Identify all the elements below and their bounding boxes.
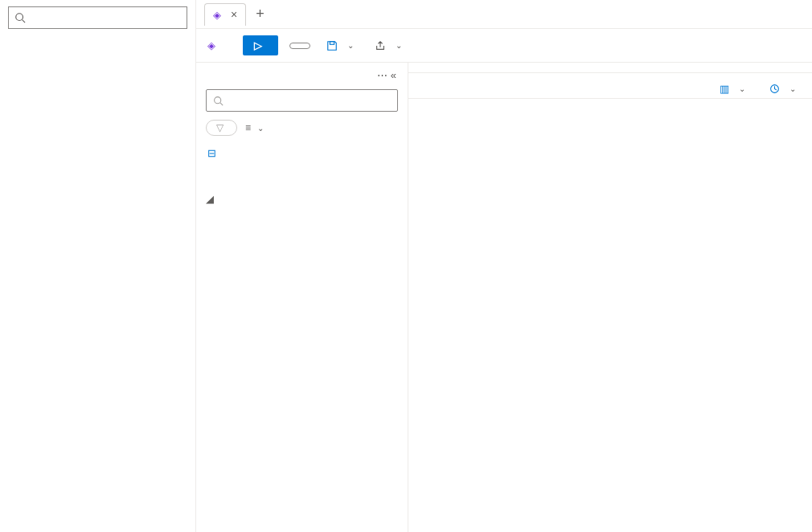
svg-point-3 xyxy=(215,96,221,103)
chevron-down-icon: ⌄ xyxy=(257,124,264,133)
chevron-down-icon: ⌄ xyxy=(789,84,796,93)
clock-icon xyxy=(769,84,780,94)
columns-button[interactable]: ▥ ⌄ xyxy=(715,80,750,98)
add-tab-button[interactable]: + xyxy=(249,2,271,26)
close-icon[interactable]: × xyxy=(231,9,237,20)
panel-tabs: ⋯ « xyxy=(196,63,408,81)
play-icon: ▷ xyxy=(254,39,262,51)
scope-resource: ◈ xyxy=(207,39,220,51)
time-range-picker[interactable] xyxy=(289,43,310,49)
collapse-all-button[interactable]: ⊟ xyxy=(196,139,408,167)
left-nav xyxy=(0,0,196,532)
main-area: ◈ × + ◈ ▷ ⌄ ⌄ xyxy=(196,0,812,532)
tables-search-input[interactable] xyxy=(228,95,391,107)
svg-rect-2 xyxy=(330,41,334,44)
chevron-down-icon: ⌄ xyxy=(396,41,402,50)
query-editor[interactable] xyxy=(408,63,812,73)
run-button[interactable]: ▷ xyxy=(243,35,278,55)
filter-icon: ▽ xyxy=(216,122,224,133)
filter-button[interactable]: ▽ xyxy=(206,120,237,136)
tables-panel: ⋯ « ▽ ≡ ⌄ ⊟ xyxy=(196,63,408,532)
favorites-hint xyxy=(196,177,408,188)
share-button[interactable]: ⌄ xyxy=(370,37,407,55)
resource-icon: ◈ xyxy=(207,39,215,51)
chevron-down-icon: ⌄ xyxy=(347,41,354,50)
search-icon xyxy=(14,11,27,24)
scope-toolbar: ◈ ▷ ⌄ ⌄ xyxy=(196,29,812,63)
group-icon: ≡ xyxy=(245,122,251,133)
caret-down-icon: ◢ xyxy=(206,193,212,205)
columns-icon: ▥ xyxy=(720,83,729,95)
sidebar-search[interactable] xyxy=(8,6,187,29)
groupby-dropdown[interactable]: ≡ ⌄ xyxy=(245,122,264,133)
svg-line-4 xyxy=(220,102,223,104)
favorites-heading xyxy=(196,167,408,177)
editor-area: ▥ ⌄ ⌄ xyxy=(408,63,812,532)
more-icon[interactable]: ⋯ « xyxy=(377,69,396,81)
display-time-button[interactable]: ⌄ xyxy=(765,80,801,97)
save-button[interactable]: ⌄ xyxy=(322,37,359,55)
chevron-down-icon: ⌄ xyxy=(739,84,745,93)
query-tab[interactable]: ◈ × xyxy=(204,3,246,26)
tree-group[interactable]: ◢ xyxy=(196,188,408,210)
svg-line-1 xyxy=(23,20,26,23)
save-icon xyxy=(326,40,338,51)
results-status xyxy=(408,99,812,115)
search-icon xyxy=(213,96,224,106)
pin-icon: ◈ xyxy=(213,9,221,21)
share-icon xyxy=(375,40,386,51)
query-tabstrip: ◈ × + xyxy=(196,0,812,29)
svg-point-0 xyxy=(16,14,23,21)
results-tabs: ▥ ⌄ ⌄ xyxy=(408,73,812,99)
collapse-icon: ⊟ xyxy=(207,147,216,159)
tables-search[interactable] xyxy=(206,89,398,112)
sidebar-search-input[interactable] xyxy=(31,12,182,24)
